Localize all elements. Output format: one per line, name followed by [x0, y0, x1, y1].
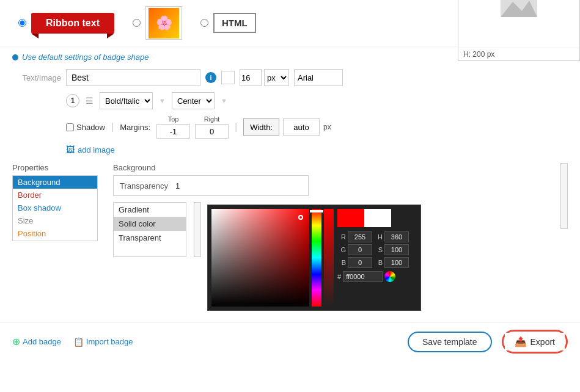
export-icon: 📤	[515, 336, 527, 347]
shadow-checkbox-label[interactable]: Shadow	[66, 123, 105, 132]
shadow-checkbox[interactable]	[66, 123, 74, 131]
color-values-panel: R 255 H 360 G 0 S 100	[337, 209, 409, 307]
bg-transparent[interactable]: Transparent	[114, 231, 186, 245]
prop-position[interactable]: Position	[13, 227, 97, 240]
gradient-picker-handle	[298, 215, 303, 220]
badge-option-ribbon[interactable]: Ribbon text	[18, 13, 114, 34]
width-value-input[interactable]: auto	[283, 118, 320, 136]
preview-height: H: 200 px	[458, 48, 579, 60]
properties-scrollbar[interactable]	[560, 163, 568, 229]
color-r-row: R 255 H 360	[337, 231, 409, 242]
swatch-new	[337, 209, 364, 227]
input-r[interactable]: 255	[348, 231, 372, 242]
margin-right-label: Right	[204, 115, 220, 123]
input-g[interactable]: 0	[348, 244, 372, 255]
import-badge-label: Import badge	[86, 337, 133, 346]
separator2: ▼	[221, 97, 227, 104]
font-size-wrap: 16 px em %	[240, 69, 289, 86]
text-input[interactable]	[66, 69, 200, 86]
hex-input[interactable]: ff0000	[343, 271, 383, 282]
properties-list-wrap: Background Border Box shadow Size Positi…	[12, 175, 107, 241]
add-image-icon: 🖼	[66, 145, 75, 154]
text-image-label: Text/Image	[12, 73, 61, 82]
hue-handle	[310, 210, 323, 212]
import-badge-button[interactable]: 📋 Import badge	[73, 337, 133, 347]
properties-title: Properties	[12, 163, 107, 172]
save-template-button[interactable]: Save template	[408, 332, 492, 352]
add-badge-button[interactable]: ⊕ Add badge	[12, 336, 61, 347]
add-image-link[interactable]: add image	[78, 145, 115, 154]
font-size-unit-select[interactable]: px em %	[264, 69, 289, 86]
preview-swatches	[337, 209, 409, 227]
margin-top-input[interactable]: -1	[156, 124, 190, 139]
add-image-row: 🖼 add image	[66, 145, 568, 154]
shadow-label-text: Shadow	[76, 123, 105, 132]
badge-radio-image[interactable]	[133, 19, 141, 27]
background-title: Background	[113, 163, 568, 172]
width-unit: px	[323, 123, 331, 131]
input-bv[interactable]: 100	[384, 257, 409, 268]
swatch-old	[364, 209, 391, 227]
label-bv: B	[374, 259, 383, 266]
badge-option-image[interactable]: 🌸	[133, 6, 182, 40]
text-align-select[interactable]: Center Left Right	[172, 92, 215, 109]
info-icon[interactable]: i	[205, 72, 216, 83]
prop-size[interactable]: Size	[13, 214, 97, 227]
add-badge-label: Add badge	[23, 337, 61, 346]
font-family-input[interactable]: Arial	[294, 69, 343, 86]
import-badge-icon: 📋	[73, 337, 84, 347]
color-g-row: G 0 S 100	[337, 244, 409, 255]
preview-panel: W: 200 px Best H: 200 px	[458, 0, 580, 61]
input-h[interactable]: 360	[384, 231, 409, 242]
default-settings-link[interactable]: Use default settings of badge shape	[22, 53, 149, 62]
separator-v2: |	[235, 122, 237, 132]
ribbon-badge-preview: Ribbon text	[31, 13, 114, 34]
save-template-label: Save template	[422, 337, 477, 347]
drag-handle[interactable]: ☰	[86, 96, 94, 106]
format-row: 1 ☰ Bold/Italic Italic Bold Normal ▼ Cen…	[66, 92, 568, 109]
prop-background[interactable]: Background	[13, 176, 97, 189]
bg-gradient[interactable]: Gradient	[114, 203, 186, 217]
bg-scrollbar[interactable]	[194, 202, 201, 257]
label-h: H	[374, 233, 383, 241]
text-color-swatch[interactable]	[221, 71, 235, 84]
width-label-btn[interactable]: Width:	[243, 118, 279, 136]
input-b[interactable]: 0	[348, 257, 372, 268]
opacity-slider[interactable]	[324, 209, 334, 307]
label-g: G	[337, 246, 346, 253]
bg-type-list: Gradient Solid color Transparent	[113, 202, 186, 257]
hue-slider[interactable]	[312, 209, 321, 307]
transparency-row: Transparency 1	[113, 175, 568, 196]
label-r: R	[337, 233, 346, 241]
separator-v1: |	[111, 122, 114, 132]
margin-top-label: Top	[168, 115, 179, 123]
color-wheel-btn[interactable]	[384, 271, 395, 282]
html-badge-preview: HTML	[213, 13, 256, 33]
add-badge-icon: ⊕	[12, 336, 20, 347]
margin-right-pair: Right 0	[195, 115, 229, 139]
prop-orientation[interactable]: Orientation	[13, 240, 97, 241]
hex-row: # ff0000	[337, 271, 409, 282]
main-content: W: 200 px Best H: 200 px Use default set…	[0, 46, 580, 317]
properties-col: Properties Background Border Box shadow …	[12, 163, 107, 311]
export-button[interactable]: 📤 Export	[505, 333, 565, 350]
bg-solid[interactable]: Solid color	[114, 217, 186, 231]
image-badge-placeholder: 🌸	[149, 8, 179, 38]
font-size-input[interactable]: 16	[240, 69, 262, 86]
preview-image-area: Best	[458, 0, 579, 48]
prop-boxshadow[interactable]: Box shadow	[13, 201, 97, 214]
font-style-select[interactable]: Bold/Italic Italic Bold Normal	[100, 92, 153, 109]
gradient-picker[interactable]	[211, 209, 309, 307]
background-col: Background Transparency 1 Gradient Solid…	[107, 163, 568, 311]
transparency-label: Transparency	[120, 181, 168, 191]
ribbon-badge-label: Ribbon text	[46, 18, 100, 28]
prop-border[interactable]: Border	[13, 189, 97, 201]
badge-radio-html[interactable]	[200, 19, 208, 27]
badge-option-html[interactable]: HTML	[200, 13, 256, 33]
transparency-value: 1	[175, 181, 180, 191]
badge-radio-ribbon[interactable]	[18, 19, 26, 27]
export-btn-wrap: 📤 Export	[502, 330, 568, 354]
input-s[interactable]: 100	[384, 244, 409, 255]
settings-dot	[12, 54, 18, 60]
margin-right-input[interactable]: 0	[195, 124, 229, 139]
